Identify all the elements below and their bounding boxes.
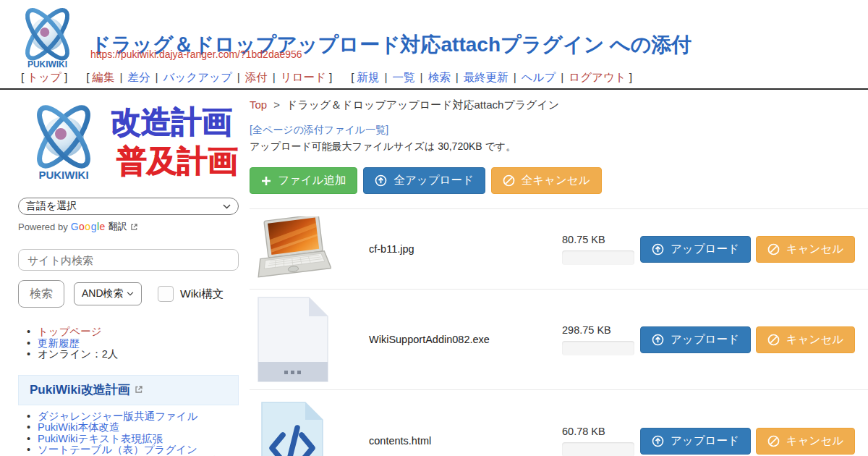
cancel-all-button[interactable]: 全キャンセル <box>491 167 602 194</box>
upload-circle-icon <box>652 334 664 346</box>
ban-circle-icon <box>767 334 780 346</box>
sidebar-section-heading: PukiWiki改造計画 <box>18 375 239 405</box>
upload-toolbar: ファイル追加 全アップロード 全キャンセル <box>250 167 868 194</box>
file-size-cell: 80.75 KB <box>553 234 640 265</box>
translate-link[interactable]: 翻訳 <box>109 220 127 233</box>
logo-brand-text: PUKIWIKI <box>27 59 67 69</box>
html-file-icon <box>260 401 326 456</box>
nav-item-search[interactable]: 検索 <box>428 71 451 83</box>
list-item: PukiWiki本体改造 <box>27 422 239 434</box>
nav-item-edit[interactable]: 編集 <box>93 71 115 83</box>
breadcrumb: Top>ドラッグ＆ドロップアップロード対応attachプラグイン <box>250 98 868 112</box>
nav-item-backup[interactable]: バックアップ <box>163 71 232 83</box>
search-controls: 検索 AND検索 Wiki構文 <box>18 280 239 308</box>
file-row: WikiSupportAddin082.exe 298.75 KB アップロード <box>250 289 868 389</box>
cancel-button[interactable]: キャンセル <box>756 428 855 455</box>
file-name: contents.html <box>336 435 553 447</box>
list-item: PukiWikiテキスト表現拡張 <box>27 434 239 445</box>
upload-all-button[interactable]: 全アップロード <box>363 167 485 194</box>
nav-item-diff[interactable]: 差分 <box>128 71 150 83</box>
search-button[interactable]: 検索 <box>18 280 64 308</box>
sidebar: PUKIWIKI 改造計画 普及計画 言語を選択 Powered by Goog… <box>18 98 239 456</box>
nav-item-list[interactable]: 一覧 <box>393 71 415 83</box>
google-wordmark[interactable]: Google <box>71 221 106 232</box>
ban-circle-icon <box>767 243 780 256</box>
cancel-button[interactable]: キャンセル <box>756 236 855 263</box>
nav-item-top[interactable]: トップ <box>27 71 61 83</box>
plus-icon <box>261 176 271 186</box>
list-item: オンライン：2人 <box>27 349 239 360</box>
language-select-value: 言語を選択 <box>26 200 77 213</box>
file-size: 298.75 KB <box>562 324 640 336</box>
campaign-text-line1: 改造計画 <box>111 105 232 139</box>
upload-button[interactable]: アップロード <box>640 236 751 263</box>
file-thumbnail-laptop <box>255 216 331 282</box>
nav-item-help[interactable]: ヘルプ <box>522 71 556 83</box>
nav-group-top: [トップ] <box>18 71 70 83</box>
cancel-button[interactable]: キャンセル <box>756 326 855 353</box>
all-attachments-link[interactable]: [全ページの添付ファイル一覧] <box>250 124 388 137</box>
nav-item-attach[interactable]: 添付 <box>245 71 268 83</box>
external-link-icon <box>130 223 138 231</box>
upload-button[interactable]: アップロード <box>640 428 751 455</box>
file-size-cell: 298.75 KB <box>553 324 640 355</box>
upload-button[interactable]: アップロード <box>640 326 751 353</box>
online-count: オンライン：2人 <box>38 348 118 360</box>
sidebar-campaign-logo[interactable]: PUKIWIKI 改造計画 普及計画 <box>18 98 239 185</box>
search-input[interactable] <box>18 249 239 271</box>
laptop-photo-thumbnail <box>255 216 331 282</box>
powered-by-google: Powered by Google 翻訳 <box>18 220 239 233</box>
file-thumbnail-html <box>260 401 326 456</box>
sidebar-menu-links: ダジャレンジャー版共通ファイル PukiWiki本体改造 PukiWikiテキス… <box>18 411 239 456</box>
breadcrumb-home[interactable]: Top <box>250 98 267 111</box>
nav-item-recent[interactable]: 最終更新 <box>464 71 509 83</box>
logo-brand-text: PUKIWIKI <box>38 169 88 181</box>
nav-item-new[interactable]: 新規 <box>357 71 380 83</box>
sidebar-link-update-history[interactable]: 更新履歴 <box>38 337 80 349</box>
wiki-syntax-label: Wiki構文 <box>180 287 224 302</box>
nav-group-page: [編集|差分|バックアップ|添付|リロード] <box>83 71 335 83</box>
nav-item-reload[interactable]: リロード <box>281 71 326 83</box>
list-item: トップページ <box>27 326 239 338</box>
search-mode-value: AND検索 <box>82 287 124 300</box>
add-files-button[interactable]: ファイル追加 <box>250 167 357 194</box>
upload-circle-icon <box>652 435 664 447</box>
powered-by-label: Powered by <box>18 221 68 232</box>
upload-circle-icon <box>652 243 664 256</box>
ban-circle-icon <box>767 435 780 447</box>
upload-progress-bar <box>562 442 634 456</box>
atom-logo-icon: PUKIWIKI <box>32 101 96 181</box>
top-navigation: [トップ][編集|差分|バックアップ|添付|リロード][新規|一覧|検索|最終更… <box>18 70 648 85</box>
generic-file-icon <box>257 296 329 383</box>
file-size: 80.75 KB <box>562 234 640 245</box>
max-upload-size-note: アップロード可能最大ファイルサイズは 30,720KB です。 <box>250 140 868 153</box>
file-size: 60.78 KB <box>562 426 640 437</box>
upload-circle-icon <box>375 174 387 187</box>
nav-divider <box>0 88 868 90</box>
nav-item-logout[interactable]: ログアウト <box>569 71 626 83</box>
sidebar-link-top-page[interactable]: トップページ <box>38 326 102 337</box>
file-thumbnail-generic <box>257 296 329 383</box>
chevron-down-icon <box>223 204 231 209</box>
pukiwiki-logo[interactable]: PUKIWIKI <box>13 4 82 73</box>
upload-file-list: cf-b11.jpg 80.75 KB アップロード <box>250 208 868 456</box>
sidebar-link-common-files[interactable]: ダジャレンジャー版共通ファイル <box>38 410 197 422</box>
ban-circle-icon <box>503 174 515 187</box>
file-row: contents.html 60.78 KB アップロード <box>250 389 868 456</box>
file-row: cf-b11.jpg 80.75 KB アップロード <box>250 208 868 289</box>
sidebar-link-sort-table[interactable]: ソートテーブル（表）プラグイン <box>38 444 197 455</box>
list-item: ダジャレンジャー版共通ファイル <box>27 411 239 423</box>
section-title-link[interactable]: PukiWiki改造計画 <box>30 381 130 398</box>
main-content: Top>ドラッグ＆ドロップアップロード対応attachプラグイン [全ページの添… <box>250 94 868 456</box>
search-mode-select[interactable]: AND検索 <box>74 282 142 305</box>
sidebar-link-core-mods[interactable]: PukiWiki本体改造 <box>38 421 120 433</box>
list-item: 更新履歴 <box>27 338 239 350</box>
campaign-text-line2: 普及計画 <box>116 144 238 178</box>
language-select[interactable]: 言語を選択 <box>18 198 239 215</box>
external-link-icon <box>135 385 143 394</box>
wiki-syntax-checkbox[interactable] <box>158 286 174 302</box>
chevron-down-icon <box>127 292 134 296</box>
page-url-link[interactable]: https://pukiwiki.dajya-ranger.com/?1bd2d… <box>90 48 302 60</box>
sidebar-link-text-extension[interactable]: PukiWikiテキスト表現拡張 <box>38 433 163 444</box>
file-size-cell: 60.78 KB <box>553 426 640 456</box>
